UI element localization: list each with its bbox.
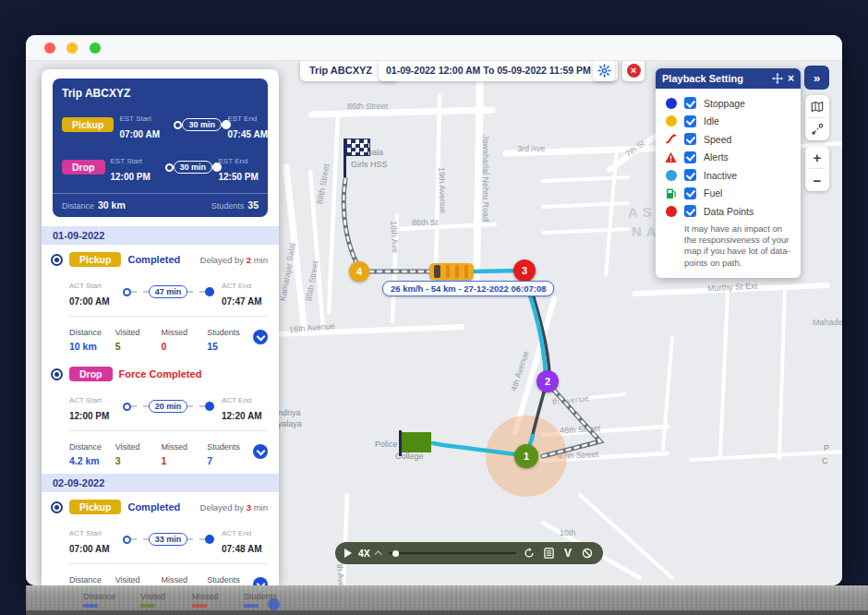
close-playback-button[interactable]: × (622, 59, 645, 81)
speed-checkbox[interactable] (684, 133, 696, 145)
timeline: 30 min (174, 118, 219, 131)
speed-icon (665, 133, 677, 145)
data-points-note: It may have an impact on the responsiven… (665, 221, 793, 271)
vehicle-speed-tooltip: 26 km/h - 54 km - 27-12-2022 06:07:08 (382, 281, 554, 296)
date-section-header: 02-09-2022 (42, 474, 279, 492)
playback-setting-body: Stoppage Idle Speed Alerts (656, 89, 801, 278)
faded-stat-label: Visited (140, 592, 165, 601)
trip-chip-label: Trip ABCXYZ (309, 65, 372, 76)
data-points-label: Data Points (704, 206, 753, 217)
drop-badge: Drop (69, 367, 113, 381)
est-start-label: EST Start (111, 157, 143, 165)
bus-windshield (434, 265, 440, 278)
date-range-picker[interactable]: 01-09-2022 12:00 AM To 05-09-2022 11:59 … (379, 59, 618, 81)
alerts-label: Alerts (704, 151, 729, 163)
faded-stat-value (244, 604, 259, 608)
fuel-label: Fuel (704, 187, 722, 199)
inactive-checkbox[interactable] (684, 169, 696, 181)
est-start-time: 07:00 AM (119, 129, 160, 139)
pickup-badge: Pickup (69, 500, 121, 514)
playback-speed[interactable]: 4X (358, 548, 370, 559)
summary-footer: Distance30 km Students35 (53, 193, 268, 217)
map-marker-2[interactable]: 2 (536, 370, 559, 392)
faded-stat-label: Distance (83, 592, 115, 601)
panel-close-icon[interactable]: × (788, 72, 794, 85)
timeline: ACT Start07:00 AM 47 min ACT End07:47 AM (69, 275, 268, 308)
zoom-in-button[interactable]: + (805, 146, 829, 168)
distance-value: 30 km (98, 199, 126, 211)
minimize-traffic-light[interactable] (66, 42, 78, 54)
trip-radio[interactable] (51, 254, 63, 266)
settings-button[interactable] (593, 59, 615, 81)
play-button[interactable] (344, 549, 352, 558)
trip-radio[interactable] (51, 501, 63, 513)
disable-button[interactable] (581, 547, 594, 560)
trip-entry: Drop Force Completed ACT Start12:00 PM 2… (42, 359, 279, 474)
start-flag (402, 432, 431, 452)
delay-text: Delayed by 3 min (200, 502, 268, 512)
map-marker-4[interactable]: 4 (349, 261, 369, 282)
trip-stats-row: Distance7 km Visited5 Missed0 Students9 (69, 570, 268, 585)
stoppage-icon (665, 97, 677, 109)
timeline: ACT Start07:00 AM 33 min ACT End07:48 AM (69, 523, 268, 556)
map-marker-3[interactable]: 3 (513, 259, 536, 282)
setting-row-data-points: Data Points (665, 202, 793, 221)
setting-row-stoppage: Stoppage (665, 94, 793, 113)
est-end-time: 07:45 AM (227, 129, 268, 139)
move-icon[interactable] (772, 73, 783, 84)
map-icon (811, 101, 824, 113)
finish-checkered-flag (346, 139, 370, 156)
close-traffic-light[interactable] (44, 42, 55, 54)
timeline: ACT Start12:00 PM 20 min ACT End12:20 AM (69, 390, 268, 423)
fuel-checkbox[interactable] (684, 187, 696, 199)
drop-badge: Drop (62, 160, 105, 175)
data-points-icon (665, 205, 677, 217)
idle-label: Idle (704, 115, 719, 127)
expand-chevron[interactable] (253, 444, 268, 459)
playback-setting-header[interactable]: Playback Setting × (656, 68, 801, 89)
faded-stat-value (192, 604, 207, 608)
playback-setting-panel: Playback Setting × Stoppage (656, 68, 801, 278)
playback-slider[interactable] (389, 552, 516, 554)
playback-setting-title: Playback Setting (662, 73, 767, 84)
est-end-label: EST End (227, 115, 257, 123)
slider-knob[interactable] (392, 550, 399, 557)
est-start-label: EST Start (119, 115, 151, 123)
route-view-button[interactable] (805, 118, 829, 140)
zoom-out-button[interactable]: − (805, 169, 829, 191)
idle-checkbox[interactable] (684, 115, 696, 127)
setting-row-alerts: Alerts (665, 149, 793, 167)
waypoints-button[interactable]: V (561, 547, 574, 560)
faded-chevron (268, 598, 280, 610)
expand-chevron[interactable] (253, 330, 268, 344)
data-points-checkbox[interactable] (684, 205, 696, 217)
bus-vehicle-icon[interactable] (429, 263, 474, 280)
students-value: 35 (247, 199, 259, 211)
trip-stats-row: Distance10 km Visited5 Missed0 Students1… (69, 322, 268, 352)
map-marker-1[interactable]: 1 (514, 444, 538, 468)
trip-radio[interactable] (51, 368, 63, 380)
map-layers-button[interactable] (805, 95, 829, 117)
log-button[interactable] (542, 547, 555, 560)
fuel-icon (665, 187, 677, 199)
summary-pickup-row: Pickup EST Start07:00 AM 30 min EST End0… (62, 108, 259, 141)
collapse-panel-button[interactable]: » (804, 66, 829, 90)
duration-pill: 47 min (149, 285, 188, 298)
students-label: Students (211, 201, 245, 211)
faded-stat-label: Missed (192, 592, 219, 601)
stoppage-label: Stoppage (704, 98, 745, 109)
trip-summary-card: Trip ABCXYZ Pickup EST Start07:00 AM 30 … (53, 78, 268, 217)
speed-caret-icon[interactable] (374, 550, 381, 558)
trip-sidebar: Trip ABCXYZ Pickup EST Start07:00 AM 30 … (42, 69, 279, 585)
playback-control-bar: 4X V (335, 542, 603, 564)
replay-button[interactable] (523, 547, 536, 560)
expand-chevron[interactable] (253, 577, 268, 585)
stoppage-checkbox[interactable] (684, 97, 696, 109)
trip-title: Trip ABCXYZ (62, 87, 259, 100)
alerts-checkbox[interactable] (684, 151, 696, 163)
trip-status: Force Completed (119, 368, 202, 380)
date-section-header: 01-09-2022 (42, 226, 279, 245)
faded-stat-value (83, 604, 98, 608)
maximize-traffic-light[interactable] (90, 42, 101, 54)
app-window: 86th Street 88th Street 19th Avenue Jawa… (26, 35, 842, 585)
